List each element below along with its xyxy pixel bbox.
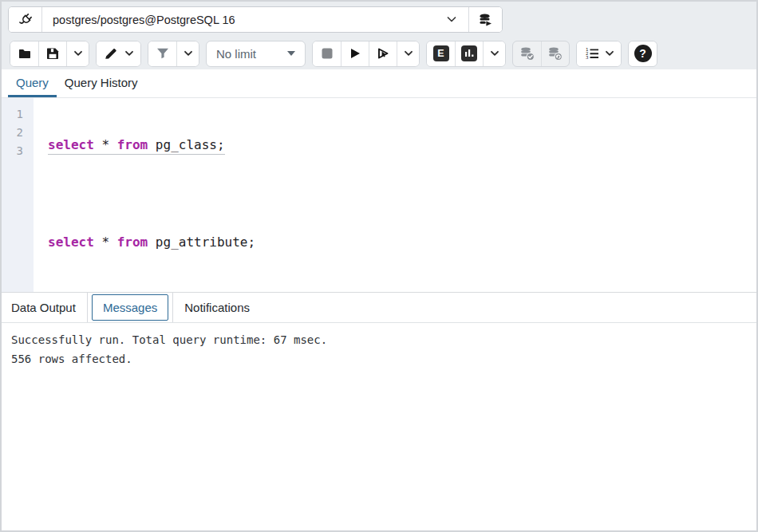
play-cursor-icon [376, 46, 391, 61]
explain-button[interactable]: E [427, 41, 455, 66]
chevron-down-icon [184, 50, 193, 57]
connection-bar: postgres/postgres@PostgreSQL 16 [8, 6, 503, 33]
open-file-button[interactable] [10, 41, 38, 66]
execute-button[interactable] [341, 41, 369, 66]
execute-button-group [312, 41, 420, 67]
explain-button-group: E [426, 41, 506, 67]
chevron-down-icon [446, 16, 457, 23]
execute-menu-button[interactable] [397, 41, 419, 66]
explain-icon: E [433, 45, 449, 61]
query-tool-window: postgres/postgres@PostgreSQL 16 [0, 0, 758, 532]
save-icon [45, 46, 60, 61]
chevron-down-icon [490, 50, 499, 57]
play-icon [348, 46, 362, 61]
line-number: 1 [2, 105, 34, 124]
sql-editor: 1 2 3 select * from pg_class; select * f… [2, 98, 756, 292]
message-line: 556 rows affected. [11, 349, 747, 368]
macro-button-group: 1 2 3 [576, 41, 622, 67]
tab-messages[interactable]: Messages [92, 294, 168, 321]
editor-tabstrip: Query Query History [2, 69, 756, 98]
macros-menu-chevron[interactable] [598, 41, 621, 66]
stop-button[interactable] [313, 41, 341, 66]
chevron-down-icon [404, 50, 413, 57]
tab-data-output[interactable]: Data Output [11, 293, 87, 322]
explain-analyze-button[interactable] [455, 41, 483, 66]
plug-icon [18, 13, 33, 27]
caret-down-icon [287, 51, 295, 56]
svg-text:3: 3 [586, 55, 589, 60]
stop-icon [320, 46, 334, 61]
chevron-down-icon [73, 50, 83, 57]
db-commit-icon [519, 46, 535, 61]
connection-status-button[interactable] [9, 7, 41, 32]
chevron-down-icon [124, 50, 134, 57]
pencil-icon [104, 46, 118, 61]
row-limit-select[interactable]: No limit [206, 41, 306, 67]
code-line: select * from pg_attribute; [48, 233, 756, 251]
bar-chart-icon [461, 45, 477, 61]
line-number: 2 [2, 124, 34, 142]
new-connection-button[interactable] [469, 7, 502, 32]
header-chrome: postgres/postgres@PostgreSQL 16 [2, 2, 756, 69]
chevron-down-icon [605, 50, 614, 57]
help-icon: ? [634, 45, 652, 62]
db-rollback-icon [547, 46, 563, 61]
save-menu-button[interactable] [66, 41, 89, 66]
rollback-button[interactable] [541, 41, 569, 66]
filter-menu-button[interactable] [176, 41, 199, 66]
message-line: Successfully run. Total query runtime: 6… [11, 330, 747, 349]
filter-button[interactable] [148, 41, 176, 66]
code-line: select * from pg_class; [48, 136, 756, 154]
filter-icon [156, 46, 170, 61]
database-arrow-icon [478, 13, 493, 27]
divider [87, 293, 88, 322]
tab-query-history[interactable]: Query History [57, 69, 146, 97]
execute-script-button[interactable] [369, 41, 397, 66]
help-button[interactable]: ? [629, 41, 657, 66]
edit-button-group [96, 41, 141, 67]
tab-data-output-label: Data Output [11, 301, 76, 314]
code-editor[interactable]: select * from pg_class; select * from pg… [34, 98, 756, 292]
line-number: 3 [2, 142, 34, 160]
editor-gutter: 1 2 3 [2, 98, 34, 292]
edit-menu-chevron[interactable] [118, 41, 140, 66]
help-button-group: ? [628, 41, 657, 67]
file-button-group [10, 41, 89, 67]
messages-output: Successfully run. Total query runtime: 6… [2, 323, 756, 531]
code-line [48, 184, 756, 203]
connection-row: postgres/postgres@PostgreSQL 16 [2, 2, 756, 37]
tab-query[interactable]: Query [8, 69, 57, 97]
row-limit-value: No limit [216, 47, 256, 61]
transaction-button-group [512, 41, 570, 67]
save-button[interactable] [38, 41, 66, 66]
tab-notifications[interactable]: Notifications [173, 293, 261, 322]
tab-query-history-label: Query History [65, 76, 138, 89]
output-tabstrip: Data Output Messages Notifications [2, 292, 756, 323]
folder-icon [18, 46, 32, 61]
explain-menu-button[interactable] [483, 41, 505, 66]
query-toolbar: No limit [2, 37, 756, 69]
filter-button-group [148, 41, 199, 67]
tab-notifications-label: Notifications [184, 301, 250, 314]
commit-button[interactable] [513, 41, 541, 66]
tab-messages-label: Messages [103, 301, 157, 314]
connection-select[interactable]: postgres/postgres@PostgreSQL 16 [42, 7, 468, 32]
connection-select-value: postgres/postgres@PostgreSQL 16 [53, 14, 235, 26]
tab-query-label: Query [16, 76, 49, 89]
